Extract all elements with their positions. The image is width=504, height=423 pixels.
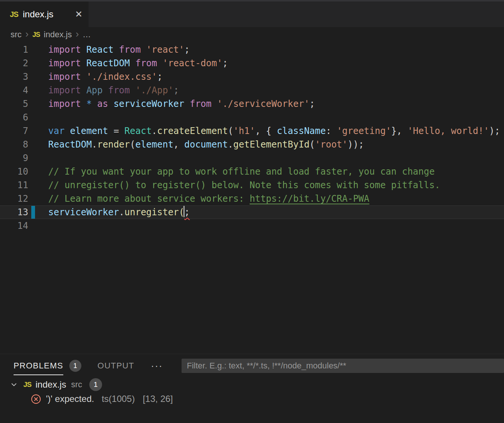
code-line[interactable]: 5import * as serviceWorker from './servi… [0,97,504,111]
breadcrumb-file[interactable]: index.js [44,30,72,40]
code-token: render [97,139,130,150]
chevron-right-icon: › [76,29,79,39]
code-line-content: import ReactDOM from 'react-dom'; [28,56,228,70]
comment-link[interactable]: https://bit.ly/CRA-PWA [250,193,370,204]
code-token [108,99,113,109]
problems-file-row[interactable]: JS index.js src 1 [0,377,504,392]
code-line-content: // unregister() to register() below. Not… [28,178,440,192]
code-line[interactable]: 6 [0,111,504,124]
code-line-content: import * as serviceWorker from './servic… [28,97,315,111]
code-token: './index.css' [86,72,157,82]
line-number: 7 [0,124,28,138]
code-token: 'react-dom' [162,58,222,68]
line-number: 6 [0,111,28,124]
code-line[interactable]: 7var element = React.createElement('h1',… [0,124,504,138]
code-token [141,44,146,55]
code-token: . [92,139,97,150]
close-icon[interactable]: ✕ [75,10,82,19]
code-token [130,85,135,96]
line-number: 8 [0,138,28,151]
line-number: 2 [0,56,28,70]
code-token [130,58,135,68]
code-token [81,85,86,96]
code-token [92,99,97,109]
code-token: = [108,126,124,136]
code-token [113,44,119,55]
code-token: ; [157,72,162,82]
code-token: 'root' [315,139,348,150]
code-token: from [135,58,157,68]
code-token: ReactDOM [86,58,130,68]
code-token: ; [310,99,315,109]
code-token: // If you want your app to work offline … [48,166,435,177]
problems-filter-input[interactable] [182,359,504,373]
code-line[interactable]: 14 [0,219,504,233]
code-line[interactable]: 3import './index.css'; [0,70,504,84]
problem-message: ')' expected. [46,394,94,404]
code-token: var [48,126,64,136]
code-line[interactable]: 1import React from 'react'; [0,43,504,56]
js-file-icon: JS [10,10,18,19]
code-token [212,99,217,109]
code-line[interactable]: 11// unregister() to register() below. N… [0,178,504,192]
code-token: 'greeting' [337,126,391,136]
code-line[interactable]: 12// Learn more about service workers: h… [0,192,504,205]
code-token: './serviceWorker' [217,99,310,109]
tab-output[interactable]: OUTPUT [98,354,134,377]
line-number: 13 [0,205,28,219]
code-token: . [152,126,157,136]
code-token: . [228,139,233,150]
code-token: ; [222,58,228,68]
code-token [64,126,70,136]
breadcrumb-folder[interactable]: src [11,30,21,40]
code-token: './App' [135,85,173,96]
code-line-content: // If you want your app to work offline … [28,165,435,178]
code-token: App [86,85,102,96]
code-line[interactable]: 10// If you want your app to work offlin… [0,165,504,178]
breadcrumb: src › JS index.js › … [0,27,504,42]
panel-header: PROBLEMS 1 OUTPUT ··· [0,354,504,377]
breadcrumb-symbol[interactable]: … [82,30,91,40]
code-line-content [28,219,48,233]
code-token: ); [489,126,500,136]
more-actions-icon[interactable]: ··· [151,360,163,372]
problems-count-badge: 1 [69,360,81,372]
code-token: element [135,139,173,150]
code-line[interactable]: 4import App from './App'; [0,84,504,97]
chevron-down-icon[interactable] [10,381,18,388]
active-tab-underline [14,374,63,375]
code-token: unregister [124,207,179,218]
code-line[interactable]: 13serviceWorker.unregister(; [0,205,504,219]
code-token: ; [173,85,179,96]
tab-problems[interactable]: PROBLEMS [14,354,63,377]
code-line-content [28,151,48,165]
code-token: )); [348,139,364,150]
code-token [81,58,86,68]
code-token [157,58,162,68]
code-token: , { [255,126,277,136]
problems-file-path: src [71,380,82,390]
modified-line-gutter-indicator [31,206,35,219]
code-token: : [326,126,337,136]
code-line[interactable]: 8ReactDOM.render(element, document.getEl… [0,138,504,151]
code-line[interactable]: 9 [0,151,504,165]
code-token: ReactDOM [48,139,92,150]
code-token: ; [184,207,189,218]
problem-item-row[interactable]: ')' expected. ts(1005) [13, 26] [0,392,504,406]
code-token: 'h1' [233,126,255,136]
tab-index-js[interactable]: JS index.js ✕ [0,0,89,27]
code-token: }, [391,126,407,136]
line-number: 3 [0,70,28,84]
bottom-panel: PROBLEMS 1 OUTPUT ··· JS index.js src 1 [0,354,504,423]
code-token: ( [130,139,135,150]
code-token: . [119,207,124,218]
code-line[interactable]: 2import ReactDOM from 'react-dom'; [0,56,504,70]
code-token: as [97,99,108,109]
code-token: 'react' [146,44,184,55]
code-token: import [48,85,81,96]
line-number: 12 [0,192,28,205]
code-editor[interactable]: 1import React from 'react';2import React… [0,42,504,233]
code-token: serviceWorker [48,207,119,218]
code-line-content: import './index.css'; [28,70,162,84]
code-token: 'Hello, world!' [408,126,489,136]
